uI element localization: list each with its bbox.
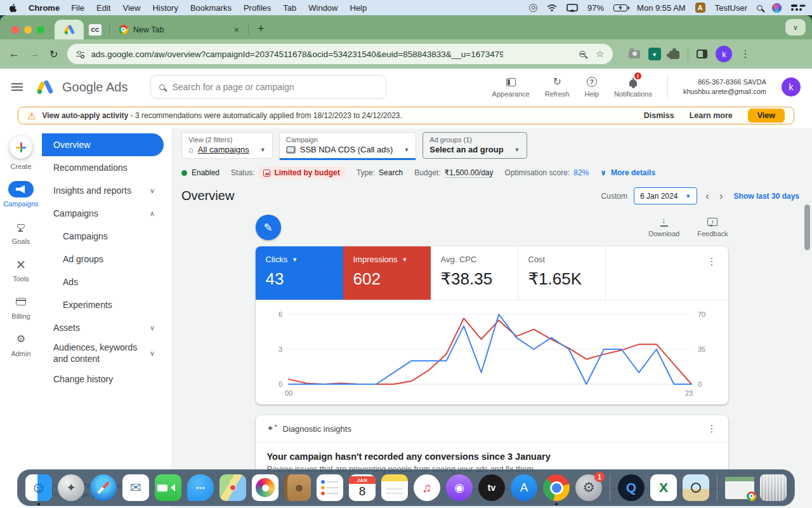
tab-search-button[interactable]: ∨ — [785, 19, 806, 36]
sidebar-item-overview[interactable]: Overview — [42, 133, 164, 156]
metric-cost[interactable]: Cost ₹1.65K — [518, 246, 606, 300]
dock-reminders-icon[interactable] — [317, 474, 343, 501]
reload-button[interactable]: ↻ — [49, 48, 58, 60]
menubar-user[interactable]: TestUser — [715, 3, 747, 13]
dock-facetime-icon[interactable] — [155, 474, 181, 501]
menu-item-profiles[interactable]: Profiles — [244, 3, 271, 13]
menu-item-history[interactable]: History — [152, 3, 178, 13]
rail-item-create[interactable]: Create — [10, 136, 32, 170]
back-button[interactable]: ← — [9, 48, 20, 60]
camera-extension-icon[interactable] — [629, 50, 640, 58]
dropdown-caret-icon[interactable]: ▼ — [402, 257, 408, 263]
appearance-button[interactable]: Appearance — [492, 76, 530, 98]
menu-item-help[interactable]: Help — [350, 3, 367, 13]
side-panel-icon[interactable] — [697, 50, 707, 58]
more-details-link[interactable]: ∨ More details — [600, 168, 655, 177]
enabled-status[interactable]: Enabled — [181, 168, 219, 177]
sidebar-item-campaigns[interactable]: Campaigns — [42, 225, 164, 248]
close-tab-icon[interactable]: × — [234, 25, 239, 35]
dock-launchpad-icon[interactable] — [58, 474, 84, 501]
dock-quicktime-icon[interactable] — [618, 474, 645, 501]
dock-photos-icon[interactable] — [252, 474, 278, 501]
bookmark-star-icon[interactable]: ☆ — [596, 48, 604, 60]
address-bar[interactable]: ads.google.com/aw/overview?campaignId=20… — [67, 44, 613, 64]
apple-icon[interactable] — [9, 3, 17, 13]
limited-by-budget-chip[interactable]: Limited by budget — [258, 166, 344, 179]
scrollbar-thumb[interactable] — [804, 204, 810, 250]
rail-item-campaigns[interactable]: Campaigns — [3, 181, 39, 208]
browser-menu-icon[interactable]: ⋮ — [740, 48, 750, 60]
rail-item-tools[interactable]: Tools — [8, 256, 34, 283]
spotlight-search-icon[interactable] — [757, 5, 763, 11]
menu-item-window[interactable]: Window — [308, 3, 337, 13]
rail-item-admin[interactable]: ⚙Admin — [8, 331, 34, 358]
dock-tv-icon[interactable] — [478, 474, 505, 501]
dock-maps-icon[interactable] — [219, 474, 246, 501]
forward-button[interactable]: → — [29, 48, 40, 60]
dock-notes-icon[interactable] — [381, 474, 408, 501]
sidebar-item-campaigns[interactable]: Campaigns∧ — [42, 202, 164, 225]
insights-menu-icon[interactable]: ⋮ — [707, 423, 717, 434]
dock-contacts-icon[interactable] — [284, 474, 311, 501]
metric-avg-cpc[interactable]: Avg. CPC ₹38.35 — [431, 246, 518, 300]
sidebar-item-insights-and-reports[interactable]: Insights and reports∨ — [42, 179, 164, 202]
menu-item-tab[interactable]: Tab — [283, 3, 296, 13]
siri-icon[interactable] — [772, 3, 782, 13]
dock-finder-icon[interactable] — [25, 474, 52, 501]
dock-calendar-icon[interactable]: JAN8 — [349, 474, 376, 501]
extensions-puzzle-icon[interactable] — [669, 51, 679, 59]
sidebar-item-ads[interactable]: Ads — [42, 271, 164, 293]
dock-appstore-icon[interactable] — [511, 474, 537, 501]
download-button[interactable]: Download — [648, 216, 679, 237]
view-filter-dropdown[interactable]: View (2 filters) ⌂ All campaigns ▼ — [181, 132, 273, 159]
date-range-dropdown[interactable]: 6 Jan 2024 ▼ — [634, 187, 697, 204]
dock-excel-icon[interactable] — [650, 474, 677, 501]
sidebar-item-experiments[interactable]: Experiments — [42, 293, 164, 316]
search-input[interactable] — [172, 82, 377, 92]
dock-safari-icon[interactable] — [90, 474, 117, 501]
view-button[interactable]: View — [748, 109, 785, 123]
wifi-icon[interactable] — [547, 4, 557, 11]
rail-item-billing[interactable]: Billing — [8, 293, 34, 320]
campaign-dropdown[interactable]: Campaign SSB NDA CDS (Call ads) ▼ — [279, 132, 417, 160]
chart-menu-icon[interactable]: ⋮ — [696, 246, 728, 300]
menu-item-view[interactable]: View — [122, 3, 140, 13]
dock-messages-icon[interactable] — [187, 474, 214, 501]
previous-date-button[interactable]: ‹ — [704, 190, 711, 201]
ad-group-dropdown[interactable]: Ad groups (1) Select an ad group ▼ — [422, 132, 527, 159]
edit-fab-button[interactable]: ✎ — [256, 215, 281, 240]
sidebar-item-ad-groups[interactable]: Ad groups — [42, 248, 164, 271]
menu-item-edit[interactable]: Edit — [96, 3, 110, 13]
account-avatar[interactable]: k — [782, 77, 801, 97]
sidebar-item-assets[interactable]: Assets∨ — [42, 316, 164, 339]
dock-podcasts-icon[interactable] — [446, 474, 473, 501]
sidebar-item-change-history[interactable]: Change history — [42, 368, 164, 391]
hamburger-menu-icon[interactable] — [11, 83, 23, 91]
rocket-extension-icon[interactable]: ▲ — [648, 48, 661, 60]
menubar-clock[interactable]: Mon 9:55 AM — [637, 3, 686, 13]
dock-chrome-icon[interactable] — [543, 474, 570, 501]
dismiss-button[interactable]: Dismiss — [644, 111, 674, 120]
metric-impressions[interactable]: Impressions ▼ 602 — [343, 246, 431, 300]
menu-item-file[interactable]: File — [71, 3, 84, 13]
url-text[interactable]: ads.google.com/aw/overview?campaignId=20… — [91, 50, 503, 59]
record-indicator-icon[interactable] — [529, 4, 537, 12]
dock-trash-icon[interactable] — [760, 474, 787, 501]
rail-item-goals[interactable]: Goals — [8, 218, 34, 245]
dropdown-caret-icon[interactable]: ▼ — [292, 257, 298, 263]
dock-window-icon[interactable] — [725, 477, 754, 499]
menu-item-bookmarks[interactable]: Bookmarks — [190, 3, 232, 13]
tab-pinned-cc[interactable]: CC — [84, 20, 107, 39]
dock-mail-icon[interactable] — [122, 474, 149, 501]
tab-new-tab[interactable]: New Tab × — [112, 20, 246, 39]
notifications-button[interactable]: ! Notifications — [614, 76, 652, 98]
next-date-button[interactable]: › — [717, 190, 725, 201]
screen-mirroring-icon[interactable] — [566, 4, 578, 12]
budget-value[interactable]: ₹1,500.00/day — [445, 168, 494, 178]
dock-music-icon[interactable] — [414, 474, 440, 501]
optimisation-score[interactable]: 82% — [573, 168, 589, 177]
dock-settings-icon[interactable]: ⚙1 — [575, 474, 602, 501]
close-window-button[interactable] — [11, 26, 19, 34]
site-settings-icon[interactable] — [76, 51, 84, 58]
sidebar-item-recommendations[interactable]: Recommendations — [42, 156, 164, 179]
